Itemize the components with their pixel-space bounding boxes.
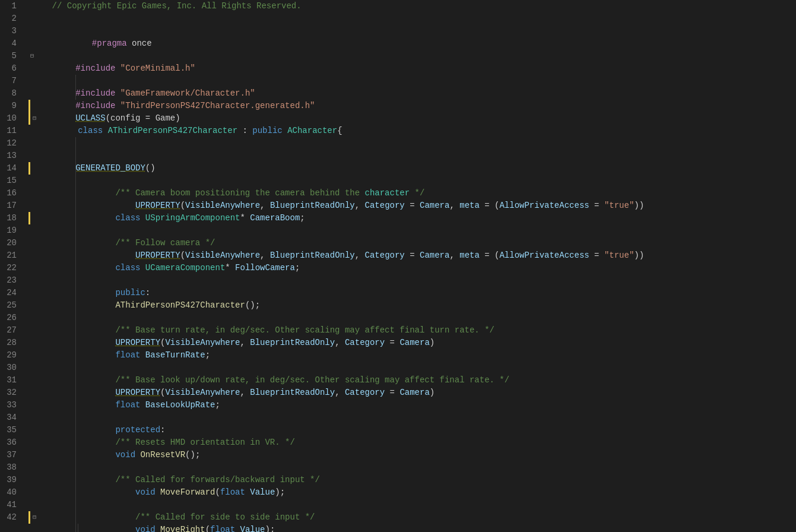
line-33: 33 /** Resets HMD orientation in VR. */ (5, 399, 796, 411)
line-40: 40 void MoveRight(float Value); (5, 486, 796, 499)
line-34: 34 void OnResetVR(); (5, 411, 796, 424)
line-19: 19 class UCameraComponent* FollowCamera; (5, 224, 796, 237)
collapse-icon-10[interactable]: ⊟ (31, 112, 38, 125)
line-28: 28 /** Base look up/down rate, in deg/se… (5, 337, 796, 349)
line-22: 22 AThirdPersonPS427Character(); (5, 262, 796, 274)
line-32: 32 protected: (5, 387, 796, 399)
line-24: 24 /** Base turn rate, in deg/sec. Other… (5, 287, 796, 299)
line-39: 39 /** Called for side to side input */ (5, 474, 796, 486)
line-41: 41 (5, 499, 796, 511)
line-14: 14 UPROPERTY(VisibleAnywhere, BlueprintR… (5, 162, 796, 175)
line-31: 31 (5, 374, 796, 387)
line-16: 16 (5, 187, 796, 200)
line-11: 11 GENERATED_BODY() (5, 125, 796, 137)
line-9: 9 UCLASS(config = Game) (5, 100, 796, 112)
line-3: 3 #pragma once (5, 25, 796, 37)
line-42: 42 ⊟ /** (5, 511, 796, 524)
line-25: 25 UPROPERTY(VisibleAnywhere, BlueprintR… (5, 299, 796, 312)
line-13: 13 /** Camera boom positioning the camer… (5, 150, 796, 162)
line-23: 23 (5, 274, 796, 287)
line-37: 37 void MoveForward(float Value); (5, 449, 796, 461)
line-18: 18 UPROPERTY(VisibleAnywhere, BlueprintR… (5, 212, 796, 224)
line-12: 12 (5, 137, 796, 150)
line-21: 21 public: (5, 249, 796, 262)
line-30: 30 float BaseLookUpRate; (5, 362, 796, 374)
line-8: 8 (5, 87, 796, 100)
line-2: 2 (5, 12, 796, 25)
collapse-icon-42[interactable]: ⊟ (31, 511, 38, 524)
line-29: 29 UPROPERTY(VisibleAnywhere, BlueprintR… (5, 349, 796, 362)
line-1: 1 // Copyright Epic Games, Inc. All Righ… (5, 0, 796, 12)
line-7: 7 #include "ThirdPersonPS427Character.ge… (5, 75, 796, 87)
line-38: 38 (5, 461, 796, 474)
line-27: 27 (5, 324, 796, 337)
line-26: 26 float BaseTurnRate; (5, 312, 796, 324)
line-36: 36 /** Called for forwards/backward inpu… (5, 436, 796, 449)
line-20: 20 (5, 237, 796, 249)
line-35: 35 (5, 424, 796, 436)
line-15: 15 class USpringArmComponent* CameraBoom… (5, 175, 796, 187)
line-4: 4 (5, 37, 796, 50)
line-17: 17 /** Follow camera */ (5, 200, 796, 212)
collapse-icon-5[interactable]: ⊟ (28, 50, 36, 62)
code-content: 1 // Copyright Epic Games, Inc. All Righ… (0, 0, 796, 532)
line-5: 5 ⊟ #include "CoreMinimal.h" (5, 50, 796, 62)
code-editor[interactable]: 1 // Copyright Epic Games, Inc. All Righ… (0, 0, 796, 532)
line-10: 10 ⊟ class AThirdPersonPS427Character : … (5, 112, 796, 125)
line-6: 6 #include "GameFramework/Character.h" (5, 62, 796, 75)
